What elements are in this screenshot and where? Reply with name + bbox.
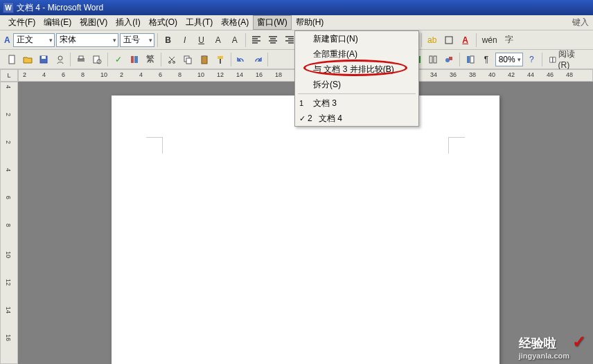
window-doc-3[interactable]: 1 文档 3	[295, 95, 418, 111]
svg-point-8	[58, 56, 62, 60]
menu-bar: 文件(F) 编辑(E) 视图(V) 插入(I) 格式(O) 工具(T) 表格(A…	[0, 15, 593, 30]
underline-button[interactable]: U	[194, 33, 209, 48]
format-painter-button[interactable]	[213, 52, 227, 67]
watermark-check-icon: ✓	[572, 332, 586, 352]
svg-rect-14	[134, 56, 138, 63]
menu-item-label: 拆分(S)	[313, 79, 341, 91]
drawing-button[interactable]	[442, 52, 457, 67]
menu-format[interactable]: 格式(O)	[145, 15, 182, 30]
doc-map-button[interactable]	[463, 52, 477, 67]
ruler-tick: 4	[5, 168, 12, 172]
new-doc-button[interactable]	[4, 52, 19, 67]
spellcheck-button[interactable]: ✓	[111, 52, 125, 67]
window-index: 2	[308, 113, 312, 123]
svg-rect-5	[9, 55, 15, 64]
window-doc-4[interactable]: ✓ 2 文档 4	[295, 111, 418, 126]
menu-arrange-all[interactable]: 全部重排(A)	[295, 46, 418, 62]
separator	[267, 53, 268, 66]
ruler-tick: 16	[256, 71, 263, 78]
align-center-button[interactable]	[265, 33, 281, 48]
watermark: 经验啦 jingyanla.com ✓	[519, 332, 586, 360]
enclose-char-button[interactable]: 字	[502, 33, 517, 48]
menu-item-label: 与 文档 3 并排比较(B)	[313, 64, 394, 75]
phonetic-guide-button[interactable]: wén	[479, 33, 500, 48]
svg-rect-26	[434, 56, 436, 63]
bold-button[interactable]: B	[161, 33, 176, 48]
menu-item-label: 全部重排(A)	[313, 48, 357, 60]
ruler-tick: 2	[5, 140, 12, 144]
menu-file[interactable]: 文件(F)	[4, 15, 39, 30]
ruler-corner: L	[0, 69, 18, 82]
ruler-tick: 14	[5, 307, 12, 313]
menu-window[interactable]: 窗口(W)	[253, 15, 291, 30]
ruler-tick: 18	[275, 71, 282, 78]
separator	[421, 33, 422, 47]
undo-button[interactable]	[234, 52, 249, 67]
svg-rect-25	[430, 56, 432, 63]
zoom-combo[interactable]: 80%	[495, 53, 523, 66]
separator	[476, 33, 477, 47]
watermark-brand: 经验啦	[519, 336, 556, 350]
size-combo[interactable]: 五号	[120, 33, 154, 47]
menu-compare-side-by-side[interactable]: 与 文档 3 并排比较(B)	[295, 62, 418, 77]
read-mode-button[interactable]: 阅读(R)	[545, 52, 589, 67]
menu-split[interactable]: 拆分(S)	[295, 77, 418, 92]
svg-rect-21	[218, 56, 223, 59]
style-combo[interactable]: 正文	[13, 33, 55, 47]
print-button[interactable]	[73, 52, 88, 67]
menu-help[interactable]: 帮助(H)	[292, 15, 328, 30]
menu-insert[interactable]: 插入(I)	[112, 15, 144, 30]
ruler-tick: 36	[450, 71, 457, 78]
word-app-icon: W	[3, 2, 14, 13]
permission-button[interactable]	[53, 52, 67, 67]
svg-rect-7	[42, 56, 46, 59]
svg-rect-20	[203, 55, 206, 57]
window-index: 1	[299, 99, 303, 107]
border-button[interactable]	[441, 33, 457, 48]
menu-table[interactable]: 表格(A)	[217, 15, 253, 30]
ruler-tick: 12	[217, 71, 224, 78]
menu-edit[interactable]: 编辑(E)	[39, 15, 76, 30]
copy-button[interactable]	[181, 52, 195, 67]
cut-button[interactable]	[164, 52, 179, 67]
menu-item-label: 新建窗口(N)	[313, 33, 358, 45]
help-button[interactable]: ?	[524, 52, 539, 67]
open-button[interactable]	[20, 52, 35, 67]
menu-separator	[298, 93, 416, 94]
align-left-button[interactable]	[249, 33, 264, 48]
columns-button[interactable]	[425, 52, 440, 67]
font-color-button[interactable]: A	[458, 33, 473, 48]
research-button[interactable]	[127, 52, 141, 67]
trad-simp-button[interactable]: 繁	[143, 52, 158, 67]
separator	[231, 53, 231, 66]
print-preview-button[interactable]	[90, 52, 105, 67]
ruler-tick: 46	[547, 71, 554, 78]
ruler-tick: 44	[527, 71, 534, 78]
char-shading-button[interactable]: A	[227, 33, 242, 48]
menu-view[interactable]: 视图(V)	[76, 15, 112, 30]
show-hide-button[interactable]: ¶	[479, 52, 493, 67]
svg-point-16	[172, 61, 175, 63]
italic-button[interactable]: I	[177, 33, 193, 48]
ruler-tick: 2	[120, 71, 123, 78]
menubar-right-text: 键入	[572, 17, 589, 28]
ruler-tick: 8	[5, 224, 12, 227]
menu-new-window[interactable]: 新建窗口(N)	[295, 31, 418, 46]
document-page[interactable]	[112, 95, 499, 364]
svg-rect-30	[470, 56, 474, 63]
redo-button[interactable]	[250, 52, 265, 67]
window-title: 文档 4 - Microsoft Word	[17, 2, 103, 14]
vertical-ruler[interactable]: 42246810121416	[0, 82, 18, 364]
font-combo[interactable]: 宋体	[56, 33, 118, 47]
ruler-tick: 42	[508, 71, 515, 78]
paste-button[interactable]	[197, 52, 211, 67]
margin-marker-tr	[448, 137, 465, 154]
ruler-tick: 38	[469, 71, 476, 78]
watermark-url: jingyanla.com	[519, 352, 569, 360]
ruler-tick: 6	[159, 71, 162, 78]
char-border-button[interactable]: A	[211, 33, 226, 48]
menu-tools[interactable]: 工具(T)	[182, 15, 217, 30]
save-button[interactable]	[37, 52, 51, 67]
ruler-tick: 10	[5, 251, 12, 258]
highlight-button[interactable]: ab	[425, 33, 440, 48]
